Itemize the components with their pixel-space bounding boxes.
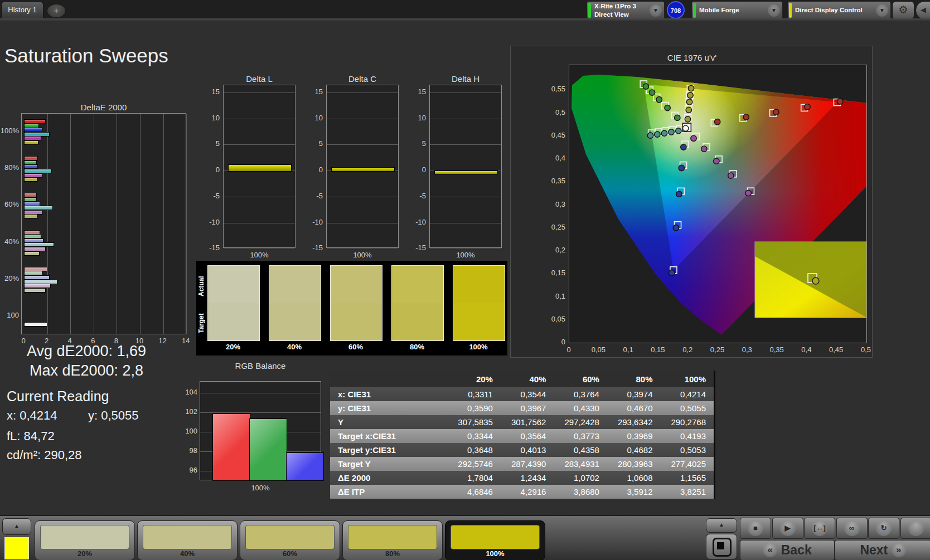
gridline [327,249,398,249]
loop-icon: ∞ [844,520,860,536]
target-row-label: Target [197,305,205,341]
patch-panel-up-button[interactable]: ▲ [2,518,31,535]
transport-range[interactable]: [↔] [804,518,835,539]
deltaL-chart [223,85,296,248]
measured-marker [669,270,675,275]
deltaL-bar [228,164,292,172]
column-header: 80% [607,374,661,384]
meter-dropdown[interactable]: X-Rite i1Pro 3Direct View ▼ [587,1,665,20]
measured-marker [688,85,694,91]
measured-marker [728,173,734,178]
rgb-bar-R [212,413,250,481]
table-row: ΔE 20001,78041,24341,07021,06081,1565 [330,471,714,485]
table-cell: 0,5053 [660,445,714,455]
display-control-dropdown[interactable]: Direct Display Control ▼ [787,1,891,20]
actual-swatch [453,266,505,303]
patch-button-80%[interactable]: 80% [342,520,443,560]
row-label: ΔE ITP [330,487,447,496]
cie-1976-panel: CIE 1976 u'v' [510,46,873,358]
actual-target-swatch-panel: Actual Target 20%40%60%80%100% [196,261,507,356]
gridline [224,92,295,93]
column-header: 100% [660,374,714,384]
add-tab-button[interactable]: + [47,4,66,18]
target-swatch [208,303,259,340]
cie-chart-title: CIE 1976 u'v' [511,53,873,62]
table-cell: 1,7804 [447,473,501,483]
measured-marker [681,144,686,150]
group-label: 60% [0,200,19,208]
table-cell: 0,3564 [501,431,554,441]
y-tick-label: -10 [306,218,323,226]
gamut-zoom-inset [755,242,866,318]
actual-row-label: Actual [197,269,205,304]
cie-y-tick: 0,4 [542,154,565,162]
cie-y-tick: 0,25 [542,223,565,231]
transport-up-button[interactable]: ▲ [706,518,737,533]
table-row: x: CIE310,33110,35440,37640,39740,4214 [330,387,714,401]
cie-x-tick: 0 [558,345,580,354]
patch-button-100%[interactable]: 100% [445,520,545,560]
collapse-panel-button[interactable]: ◀ [916,1,930,20]
table-row: Target y:CIE310,36480,40130,43580,46820,… [330,443,714,457]
gridline [430,144,501,145]
transport-blank[interactable] [900,518,930,539]
cie-y-tick: 0,15 [542,269,565,277]
table-cell: 0,4682 [607,445,661,455]
table-cell: 1,1565 [660,473,714,483]
table-cell: 280,3963 [607,459,661,469]
toolbar-strip [0,18,930,21]
table-cell: 0,3311 [447,389,501,399]
table-cell: 287,4390 [501,459,554,469]
cie-x-tick: 0,45 [825,345,847,354]
compare-swatch-80% [391,265,444,341]
measured-marker [656,97,662,103]
gridline [140,114,141,334]
row-label: Y [330,417,447,427]
deltaH-title: Delta H [418,74,513,84]
cie-y-tick: 0,35 [542,177,565,185]
y-tick-label: 15 [409,87,426,96]
next-button[interactable]: Next » [835,540,930,560]
up-arrow-icon: ▲ [719,522,724,528]
measured-marker [661,130,667,136]
transport-stop[interactable]: ■ [740,518,771,539]
patch-swatch [451,525,540,549]
avg-de2000-value: Avg dE2000: 1,69 [0,343,173,360]
cie-1976-plot [569,65,867,343]
y-tick-label: 10 [203,114,220,122]
patch-button-40%[interactable]: 40% [137,520,238,560]
y-tick-label: 5 [306,139,323,148]
table-cell: 0,5055 [660,403,714,413]
de2000-bar-red [24,322,47,327]
column-header: 20% [447,374,501,384]
cie-x-tick: 0,25 [706,345,729,354]
gridline [200,393,321,393]
transport-refresh[interactable]: ↻ [868,518,899,539]
transport-loop[interactable]: ∞ [836,518,868,539]
cie-y-tick: 0,05 [542,315,565,323]
table-row: y: CIE310,35900,39670,43300,46700,5055 [330,401,714,415]
measured-marker [805,104,810,110]
patch-button-60%[interactable]: 60% [240,520,340,560]
source-dropdown[interactable]: Mobile Forge ▼ [691,1,783,20]
tab-history-1[interactable]: History 1 [1,1,43,19]
measured-marker [665,105,670,110]
chevron-left-icon: ◀ [921,6,926,14]
transport-play[interactable]: ▶ [772,518,803,539]
gridline [163,114,164,334]
gridline [117,114,117,334]
x-tick-label: 100% [223,251,296,259]
table-cell: 0,3967 [501,403,554,413]
gridline [430,197,501,197]
y-tick-label: -10 [203,218,220,226]
settings-button[interactable]: ⚙ [892,1,914,20]
display-window-button[interactable] [706,534,737,559]
back-button[interactable]: « Back [740,540,835,560]
table-cell: 0,3773 [554,431,607,441]
row-label: x: CIE31 [330,389,447,399]
gridline [430,119,501,119]
table-cell: 3,8680 [554,487,607,496]
patch-button-20%[interactable]: 20% [35,520,135,560]
table-row: Y307,5835301,7562297,2428293,6342290,276… [330,415,714,429]
chevron-down-icon: ▼ [768,4,780,17]
